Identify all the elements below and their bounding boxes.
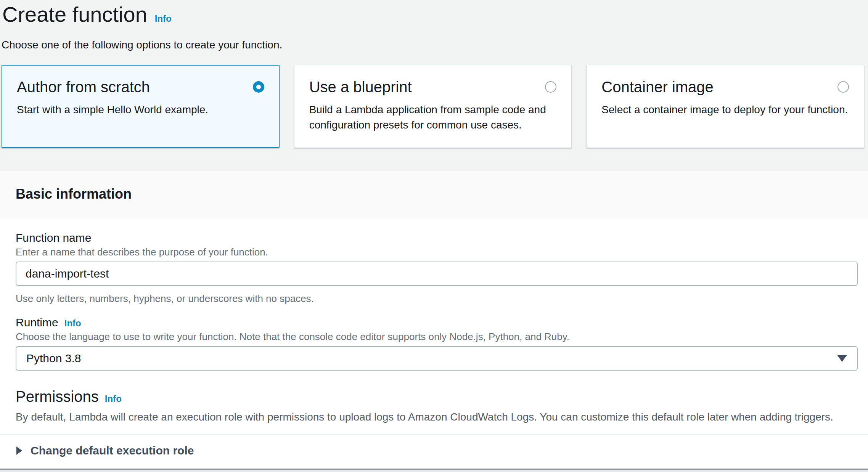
- runtime-hint: Choose the language to use to write your…: [16, 330, 858, 343]
- function-name-constraint: Use only letters, numbers, hyphens, or u…: [16, 292, 858, 305]
- card-title: Container image: [601, 78, 714, 96]
- card-description: Select a container image to deploy for y…: [601, 102, 849, 117]
- card-container-image[interactable]: Container image Select a container image…: [586, 65, 864, 148]
- page-title: Create function: [2, 2, 147, 27]
- runtime-selected-value: Python 3.8: [26, 352, 81, 365]
- radio-author-from-scratch[interactable]: [253, 81, 264, 93]
- permissions-heading-row: Permissions Info: [16, 387, 858, 406]
- caret-right-icon: [16, 446, 22, 455]
- card-use-a-blueprint[interactable]: Use a blueprint Build a Lambda applicati…: [294, 65, 572, 148]
- runtime-label-row: Runtime Info: [16, 316, 858, 329]
- function-name-hint: Enter a name that describes the purpose …: [16, 246, 858, 258]
- page-title-row: Create function Info: [2, 2, 864, 27]
- card-header: Author from scratch: [17, 78, 264, 96]
- radio-use-a-blueprint[interactable]: [545, 81, 556, 93]
- create-function-header-section: Create function Info Choose one of the f…: [0, 0, 868, 170]
- card-description: Build a Lambda application from sample c…: [309, 102, 557, 133]
- card-title: Author from scratch: [17, 78, 150, 96]
- permissions-heading: Permissions: [16, 387, 99, 406]
- change-default-execution-role-expander[interactable]: Change default execution role: [16, 435, 858, 464]
- permissions-info-link[interactable]: Info: [105, 393, 122, 404]
- card-header: Container image: [601, 78, 849, 96]
- basic-information-form: Function name Enter a name that describe…: [0, 218, 868, 464]
- page-title-info-link[interactable]: Info: [155, 13, 172, 24]
- radio-container-image[interactable]: [837, 81, 849, 93]
- creation-option-cards: Author from scratch Start with a simple …: [2, 65, 864, 148]
- runtime-info-link[interactable]: Info: [64, 318, 81, 329]
- function-name-label: Function name: [16, 231, 858, 245]
- runtime-select[interactable]: Python 3.8: [16, 346, 858, 371]
- function-name-input[interactable]: [16, 262, 858, 286]
- bottom-gray-strip: [0, 470, 868, 472]
- permissions-section: Permissions Info By default, Lambda will…: [16, 387, 858, 424]
- page-subtitle: Choose one of the following options to c…: [2, 38, 864, 52]
- card-author-from-scratch[interactable]: Author from scratch Start with a simple …: [2, 65, 280, 148]
- runtime-label: Runtime: [16, 316, 58, 329]
- expander-label: Change default execution role: [31, 444, 194, 458]
- basic-information-heading: Basic information: [16, 186, 132, 202]
- card-header: Use a blueprint: [309, 78, 557, 96]
- card-description: Start with a simple Hello World example.: [17, 102, 264, 117]
- runtime-field: Runtime Info Choose the language to use …: [16, 316, 858, 371]
- permissions-description: By default, Lambda will create an execut…: [16, 410, 858, 424]
- basic-information-section-header: Basic information: [0, 170, 868, 218]
- caret-down-icon: [837, 355, 847, 362]
- card-title: Use a blueprint: [309, 78, 412, 96]
